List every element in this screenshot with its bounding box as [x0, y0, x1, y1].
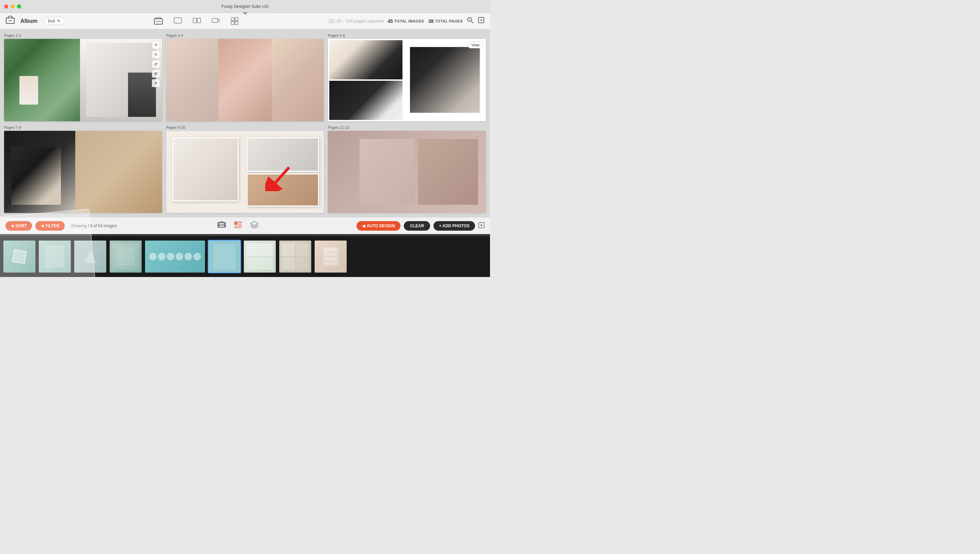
svg-rect-7 [212, 18, 218, 22]
search-icon-btn[interactable] [467, 17, 474, 25]
traffic-lights [4, 5, 21, 8]
svg-rect-5 [193, 18, 196, 23]
svg-rect-11 [231, 21, 234, 24]
total-images-num: 45 [388, 18, 393, 24]
page-label-7-8: Pages 7-8 [4, 125, 162, 129]
pages-grid: Pages 1-2 ✛ ↻ ⇄ ⊞ ✕ [0, 29, 490, 217]
svg-line-20 [275, 167, 289, 183]
svg-rect-9 [231, 18, 234, 21]
filmstrip-thumb-6[interactable] [208, 240, 241, 273]
page-cell-1-2: Pages 1-2 ✛ ↻ ⇄ ⊞ ✕ [4, 34, 162, 121]
chat-icon-btn[interactable] [172, 16, 183, 26]
filmstrip-thumb-9[interactable] [314, 240, 347, 273]
filmstrip-thumb-1[interactable] [3, 240, 36, 273]
svg-line-16 [471, 21, 473, 23]
expand-panel-icon-btn[interactable] [479, 222, 485, 230]
album-label: Album [21, 18, 37, 24]
view-button[interactable]: View [468, 42, 483, 48]
move-icon[interactable]: ✛ [152, 41, 160, 49]
filmstrip-icon-btn[interactable] [216, 220, 227, 231]
total-pages-label: TOTAL PAGES [435, 19, 463, 23]
required-text: 20 - 100 pages required [336, 18, 383, 24]
filmstrip-thumb-4[interactable] [109, 240, 142, 273]
clear-button[interactable]: CLEAR [404, 221, 430, 231]
size-value: 8x8 [48, 18, 55, 24]
dropdown-arrow-icon [243, 12, 248, 14]
total-images-stat: 45 TOTAL IMAGES [388, 18, 424, 24]
total-pages-num: 38 [428, 18, 434, 24]
page-label-11-12: Pages 11-12 [328, 125, 486, 129]
swap-icon[interactable]: ⇄ [152, 60, 160, 68]
svg-rect-8 [218, 19, 220, 22]
page-cell-11-12: Pages 11-12 [328, 125, 486, 213]
page-spread-11-12[interactable] [328, 131, 486, 213]
red-arrow-icon [265, 164, 293, 191]
total-pages-stat: 38 TOTAL PAGES [428, 18, 463, 24]
page-spread-3-4[interactable] [166, 39, 324, 121]
auto-design-arrow-icon: ◀ [362, 224, 365, 228]
auto-design-button[interactable]: ◀ AUTO DESIGN [356, 221, 401, 231]
page-label-5-6: Pages 5-6 [328, 34, 486, 37]
filmstrip-thumb-7[interactable] [243, 240, 277, 273]
add-photos-button[interactable]: + ADD PHOTOS [433, 221, 475, 231]
page-cell-5-6: Pages 5-6 View [328, 34, 486, 121]
filmstrip [0, 236, 490, 277]
titlebar: Fundy Designer Suite v10 [0, 0, 490, 13]
page-spread-9-10[interactable] [166, 131, 324, 213]
page-cell-9-10: Pages 9-10 [166, 125, 324, 213]
main-toolbar: Album 8x8 ✎ [0, 13, 490, 29]
edit-icon: ✎ [57, 18, 60, 24]
grid-icon-btn[interactable] [229, 16, 240, 26]
page-cell-7-8: Pages 7-8 [4, 125, 162, 213]
svg-rect-28 [234, 222, 238, 225]
maximize-button[interactable] [17, 5, 21, 8]
minimize-button[interactable] [11, 5, 14, 8]
close-button[interactable] [4, 5, 8, 8]
bottom-center-icons [123, 220, 353, 231]
filmstrip-thumb-5[interactable] [145, 240, 206, 273]
page-label-1-2: Pages 1-2 [4, 34, 162, 37]
svg-rect-12 [235, 21, 238, 24]
mosaic-icon-btn[interactable] [232, 220, 243, 231]
svg-rect-10 [235, 18, 238, 21]
svg-rect-29 [239, 222, 242, 223]
auto-design-label: AUTO DESIGN [367, 224, 395, 228]
window-title: Fundy Designer Suite v10 [221, 4, 268, 9]
svg-rect-31 [234, 225, 242, 228]
size-badge[interactable]: 8x8 ✎ [44, 17, 64, 25]
compare-icon-btn[interactable] [191, 16, 202, 26]
total-images-label: TOTAL IMAGES [394, 19, 424, 23]
toolbar-right: 20 - 100 pages required 45 TOTAL IMAGES … [328, 17, 485, 25]
required-pages-info: 20 - 100 pages required [328, 18, 383, 24]
slideshow-icon-btn[interactable] [210, 16, 221, 26]
filmstrip-thumb-8[interactable] [278, 240, 312, 273]
svg-point-17 [469, 19, 470, 20]
grid-layout-icon[interactable]: ⊞ [152, 70, 160, 78]
page-spread-7-8[interactable] [4, 131, 162, 213]
page-spread-5-6[interactable]: View [328, 39, 486, 121]
svg-rect-4 [174, 18, 181, 23]
page-spread-1-2[interactable]: ✛ ↻ ⇄ ⊞ ✕ [4, 39, 162, 121]
export-icon-btn[interactable] [478, 17, 485, 25]
svg-rect-6 [197, 18, 200, 23]
layers-icon-btn[interactable] [249, 220, 260, 231]
add-photos-label: + ADD PHOTOS [439, 224, 469, 228]
delete-icon[interactable]: ✕ [152, 79, 160, 87]
svg-rect-30 [239, 224, 242, 225]
album-icon-btn[interactable] [153, 16, 164, 26]
toolbar-center-icons [68, 16, 324, 26]
rotate-icon[interactable]: ↻ [152, 50, 160, 59]
page-label-3-4: Pages 3-4 [166, 34, 324, 37]
page-controls-1-2: ✛ ↻ ⇄ ⊞ ✕ [152, 41, 160, 87]
page-cell-3-4: Pages 3-4 [166, 34, 324, 121]
clear-label: CLEAR [410, 224, 424, 228]
main-content: Pages 1-2 ✛ ↻ ⇄ ⊞ ✕ [0, 29, 490, 277]
app-logo-icon [5, 15, 15, 27]
page-label-9-10: Pages 9-10 [166, 125, 324, 129]
